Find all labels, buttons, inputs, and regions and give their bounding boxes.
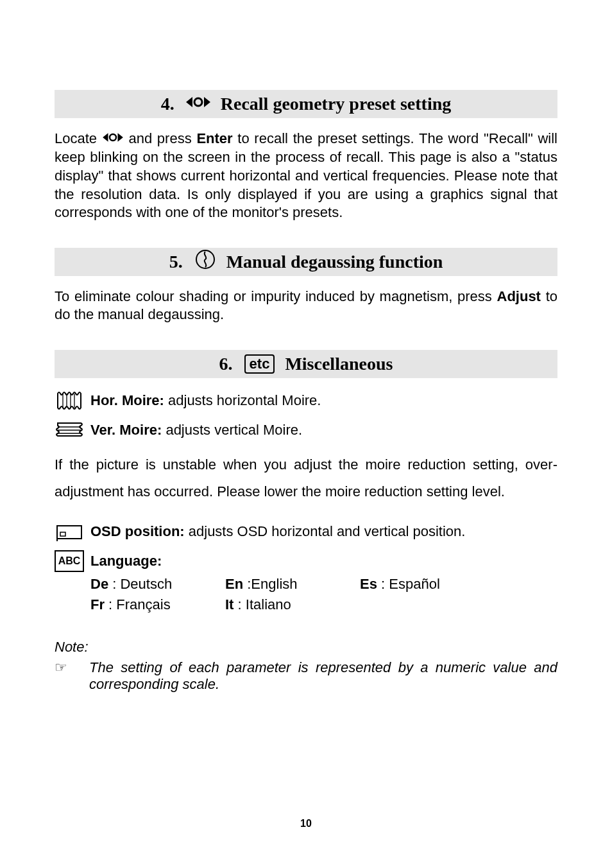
section-5-title: Manual degaussing function [226,252,443,272]
osd-desc: adjusts OSD horizontal and vertical posi… [185,523,466,539]
note-text: The setting of each parameter is represe… [89,659,557,693]
lang-fr: Fr : Français [90,596,225,613]
lang-en: En :English [225,576,360,593]
osd-label: OSD position: [90,523,185,539]
code: Es [360,576,377,592]
section-5-paragraph: To eliminate colour shading or impurity … [55,288,557,324]
pointing-hand-icon: ☞ [55,659,74,676]
abc-label: ABC [55,550,84,572]
text: and press [124,130,197,146]
name: Deutsch [120,576,172,592]
section-6-heading: 6. etc Miscellaneous [55,350,557,378]
document-page: 4. Recall geometry preset setting Locate… [0,0,612,868]
note-heading: Note: [55,639,557,655]
sep: : [377,576,389,592]
sep: : [234,596,245,612]
enter-label: Enter [196,130,232,146]
svg-rect-15 [60,532,65,536]
lang-de: De : Deutsch [90,576,225,593]
section-5-heading: 5. Manual degaussing function [55,248,557,276]
hor-moire-icon [55,390,84,412]
sep: : [243,576,251,592]
hor-moire-row: Hor. Moire: adjusts horizontal Moire. [55,390,557,412]
svg-point-4 [110,134,116,141]
code: It [225,596,234,612]
recall-icon-inline [102,130,124,149]
moire-note-paragraph: If the picture is unstable when you adju… [55,451,557,505]
language-label: Language: [90,553,162,569]
section-4-paragraph: Locate and press Enter to recall the pre… [55,130,557,222]
code: Fr [90,596,105,612]
osd-position-row: OSD position: adjusts OSD horizontal and… [55,521,557,542]
code: En [225,576,243,592]
text: Locate [55,130,97,146]
name: English [251,576,297,592]
section-5-number: 5. [169,252,183,272]
section-4-number: 4. [161,94,174,114]
sep: : [108,576,120,592]
note-row: ☞ The setting of each parameter is repre… [55,659,557,693]
hor-moire-text: Hor. Moire: adjusts horizontal Moire. [90,391,321,410]
svg-marker-0 [186,97,192,107]
lang-es: Es : Español [360,576,495,593]
section-6-number: 6. [219,354,233,374]
sep: : [105,596,116,612]
text: To eliminate colour shading or impurity … [55,288,497,304]
name: Français [116,596,170,612]
name: Español [389,576,440,592]
section-4-heading: 4. Recall geometry preset setting [55,90,557,118]
ver-moire-icon [55,419,84,441]
ver-moire-desc: adjusts vertical Moire. [162,422,302,438]
page-number: 10 [0,818,612,829]
language-row: ABC Language: [55,550,557,572]
osd-position-icon [55,521,84,542]
ver-moire-text: Ver. Moire: adjusts vertical Moire. [90,421,302,440]
lang-empty [360,596,495,613]
etc-icon: etc [244,354,275,374]
section-6-title: Miscellaneous [285,354,393,374]
degauss-icon [194,248,216,275]
ver-moire-row: Ver. Moire: adjusts vertical Moire. [55,419,557,441]
svg-marker-2 [204,97,210,107]
svg-marker-5 [117,133,123,141]
language-row-2: Fr : Français It : Italiano [90,596,557,613]
hor-moire-desc: adjusts horizontal Moire. [164,392,321,408]
name: Italiano [246,596,291,612]
language-list: De : Deutsch En :English Es : Español Fr… [90,576,557,613]
recall-icon [186,94,210,114]
svg-point-1 [194,98,202,106]
section-4-title: Recall geometry preset setting [221,94,451,114]
osd-position-text: OSD position: adjusts OSD horizontal and… [90,522,465,541]
language-row-1: De : Deutsch En :English Es : Español [90,576,557,593]
lang-it: It : Italiano [225,596,360,613]
code: De [90,576,108,592]
adjust-label: Adjust [497,288,541,304]
hor-moire-label: Hor. Moire: [90,392,164,408]
language-icon: ABC [55,550,84,572]
svg-marker-3 [103,133,108,141]
ver-moire-label: Ver. Moire: [90,422,162,438]
